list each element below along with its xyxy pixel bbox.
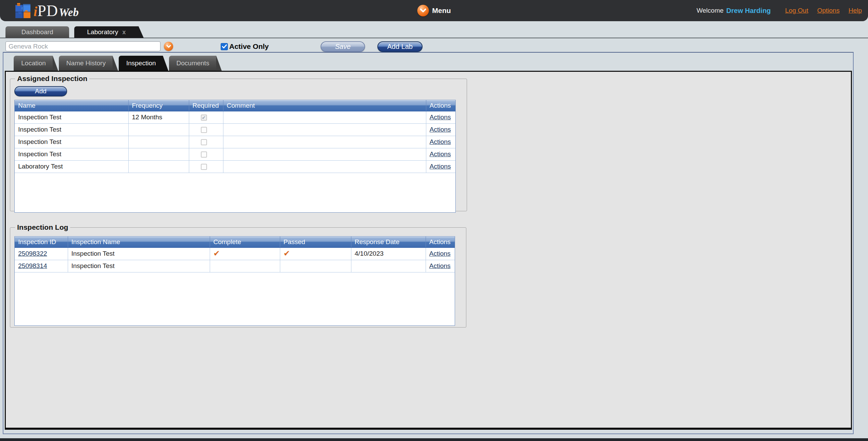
row-actions-link[interactable]: Actions [429,262,451,269]
assigned-inspection-section: Assigned Inspection Add Name Frequency R… [10,75,467,211]
row-actions-link[interactable]: Actions [430,150,451,158]
inspection-id-link[interactable]: 25098322 [18,250,47,257]
puzzle-logo-icon [15,3,31,18]
cell-required [189,136,223,148]
subtab-inspection[interactable]: Inspection [119,56,163,71]
cell-comment [223,123,426,136]
col-header-response-date: Response Date [351,237,426,248]
subtab-documents-label: Documents [177,59,209,67]
menu-label: Menu [432,6,451,15]
cell-frequency [128,136,189,148]
tab-laboratory-label: Laboratory [87,28,118,36]
assigned-table-row: Laboratory TestActions [15,160,455,173]
subtab-documents[interactable]: Documents [169,56,216,71]
logout-link[interactable]: Log Out [785,7,808,14]
menu-button[interactable]: Menu [417,0,451,21]
col-header-comment: Comment [223,100,426,111]
app-title: iPDWeb [34,2,79,20]
cell-inspection-id: 25098322 [15,248,68,260]
cell-actions: Actions [426,111,455,123]
cell-required [189,148,223,160]
cell-required [189,160,223,173]
active-only-checkbox[interactable] [221,43,228,50]
row-actions-link[interactable]: Actions [430,126,451,133]
cell-actions: Actions [426,136,455,148]
subtab-location-label: Location [21,59,46,67]
row-actions-link[interactable]: Actions [430,113,451,121]
save-button[interactable]: Save [321,41,365,52]
col-header-complete: Complete [210,237,280,248]
tab-dashboard[interactable]: Dashboard [5,26,69,38]
cell-comment [223,111,426,123]
cell-name: Inspection Test [15,123,128,136]
cell-comment [223,160,426,173]
col-header-name: Name [15,100,128,111]
cell-name: Laboratory Test [15,160,128,173]
cell-name: Inspection Test [15,136,128,148]
menu-chevron-icon [417,5,429,16]
col-header-required: Required [189,100,223,111]
add-inspection-button[interactable]: Add [14,86,67,96]
cell-complete [210,260,280,272]
cell-frequency [128,148,189,160]
inspection-id-link[interactable]: 25098314 [18,262,47,269]
active-only-label: Active Only [229,42,269,51]
cell-actions: Actions [426,123,455,136]
help-link[interactable]: Help [848,7,862,14]
subtab-name-history[interactable]: Name History [59,56,113,71]
cell-inspection-id: 25098314 [15,260,68,272]
save-button-label: Save [335,43,351,51]
cell-actions: Actions [426,160,455,173]
cell-passed [280,260,351,272]
row-actions-link[interactable]: Actions [430,163,451,170]
assigned-inspection-title: Assigned Inspection [15,75,89,83]
cell-comment [223,148,426,160]
app-header: iPDWeb Menu Welcome Drew Harding Log Out… [0,0,868,21]
assigned-table-row: Inspection TestActions [15,136,455,148]
inspection-log-section: Inspection Log Inspection ID Inspection … [10,223,466,328]
logo-text-web: Web [59,6,79,19]
assigned-table-row: Inspection TestActions [15,123,455,136]
add-inspection-button-label: Add [35,88,47,95]
cell-inspection-name: Inspection Test [68,260,210,272]
required-checkbox[interactable]: ✔ [201,115,207,121]
tab-close-icon[interactable]: x [122,29,126,36]
logo-text-i: i [34,3,37,19]
cell-name: Inspection Test [15,148,128,160]
lab-search-input[interactable] [5,41,160,51]
assigned-table-row: Inspection TestActions [15,148,455,160]
cell-required: ✔ [189,111,223,123]
cell-inspection-name: Inspection Test [68,248,210,260]
cell-response-date: 4/10/2023 [351,248,426,260]
cell-frequency: 12 Months [128,111,189,123]
subtab-name-history-label: Name History [66,59,106,67]
search-dropdown-button[interactable] [164,42,173,51]
add-lab-button-label: Add Lab [387,43,413,51]
inspection-log-grid: Inspection ID Inspection Name Complete P… [14,236,455,326]
col-header-passed: Passed [280,237,351,248]
log-header-row: Inspection ID Inspection Name Complete P… [15,237,455,248]
row-actions-link[interactable]: Actions [430,138,451,145]
cell-name: Inspection Test [15,111,128,123]
assigned-inspection-grid: Name Frequency Required Comment Actions … [14,100,456,213]
assigned-table-row: Inspection Test12 Months✔Actions [15,111,455,123]
welcome-text: Welcome Drew Harding [697,7,771,15]
cell-response-date [351,260,426,272]
inspection-log-title: Inspection Log [15,223,70,231]
options-link[interactable]: Options [817,7,839,14]
required-checkbox[interactable] [201,139,207,145]
row-actions-link[interactable]: Actions [429,250,451,257]
tab-laboratory[interactable]: Laboratory x [74,26,139,38]
required-checkbox[interactable] [201,164,207,170]
required-checkbox[interactable] [201,151,207,158]
col-header-frequency: Frequency [128,100,189,111]
add-lab-button[interactable]: Add Lab [377,41,423,52]
required-checkbox[interactable] [201,127,207,133]
subtab-location[interactable]: Location [14,56,53,71]
cell-actions: Actions [426,148,455,160]
col-header-actions: Actions [426,237,455,248]
subtab-inspection-label: Inspection [126,59,156,67]
cell-complete: ✔ [210,248,280,260]
col-header-inspection-id: Inspection ID [15,237,68,248]
active-only-group: Active Only [221,42,269,51]
